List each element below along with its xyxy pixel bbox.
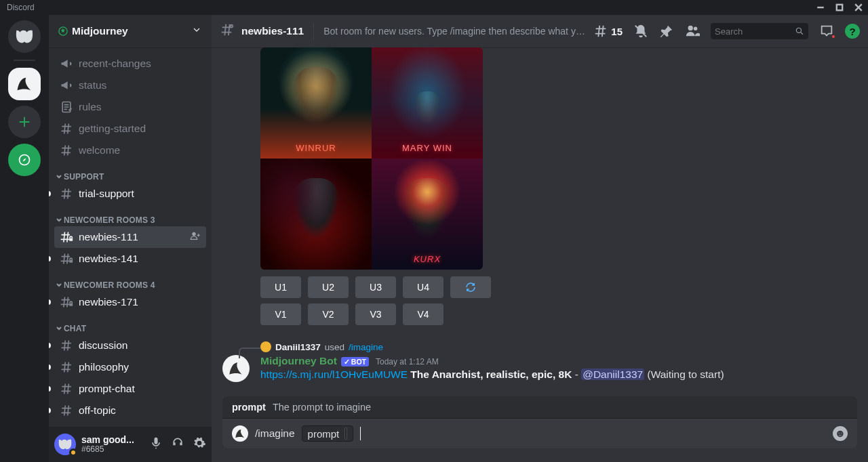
- channel-name: newbies-111: [241, 25, 304, 37]
- channel-welcome[interactable]: welcome: [54, 140, 206, 161]
- hash-lock-icon: [60, 252, 73, 266]
- variation-2-button[interactable]: V2: [308, 303, 349, 325]
- channel-newbies-141[interactable]: newbies-141: [54, 248, 206, 270]
- message-link[interactable]: https://s.mj.run/l1OHvEuMUWE: [260, 369, 408, 380]
- channel-rules[interactable]: rules: [54, 96, 206, 118]
- hash-lock-icon: [60, 230, 73, 244]
- deafen-icon[interactable]: [171, 436, 184, 453]
- reroll-button[interactable]: [450, 276, 491, 298]
- hash-icon: [60, 339, 73, 352]
- inbox-button[interactable]: [819, 24, 834, 39]
- reply-indicator[interactable]: Daniil1337 used /imagine: [222, 341, 857, 352]
- reply-author: Daniil1337: [275, 342, 321, 352]
- close-button[interactable]: [854, 3, 863, 12]
- svg-point-5: [192, 232, 195, 236]
- text-cursor[interactable]: [360, 427, 826, 440]
- channel-trial-support[interactable]: trial-support: [54, 183, 206, 205]
- mention[interactable]: @Daniil1337: [581, 369, 644, 380]
- status-text: (Waiting to start): [647, 369, 724, 380]
- explore-button[interactable]: [8, 144, 41, 176]
- category-newcomer3[interactable]: NEWCOMER ROOMS 3: [54, 205, 206, 226]
- hash-icon: [60, 382, 73, 396]
- svg-point-8: [230, 24, 234, 28]
- bot-tag: ✓ BOT: [341, 357, 369, 366]
- status-idle-icon: [69, 448, 77, 457]
- create-invite-icon[interactable]: [190, 230, 201, 244]
- channel-recent-changes[interactable]: recent-changes: [54, 53, 206, 75]
- server-rail: [0, 15, 49, 462]
- channel-discussion[interactable]: discussion: [54, 335, 206, 356]
- mute-icon[interactable]: [149, 436, 163, 453]
- bot-avatar[interactable]: [222, 355, 250, 382]
- dm-home[interactable]: [8, 20, 41, 53]
- hash-icon: [60, 404, 73, 417]
- user-tag: #6685: [81, 445, 144, 455]
- hash-icon: [60, 144, 73, 157]
- avatar[interactable]: [54, 434, 76, 455]
- autocomplete-hint[interactable]: prompt The prompt to imagine: [222, 396, 857, 419]
- app-name: Discord: [7, 3, 35, 12]
- variation-1-button[interactable]: V1: [260, 303, 301, 325]
- upscale-2-button[interactable]: U2: [308, 276, 349, 298]
- username: sam good...: [81, 434, 144, 445]
- help-button[interactable]: ?: [845, 24, 860, 39]
- server-midjourney[interactable]: [8, 68, 41, 100]
- svg-rect-4: [69, 238, 73, 241]
- settings-icon[interactable]: [193, 436, 206, 453]
- timestamp: Today at 1:12 AM: [376, 357, 439, 366]
- command-avatar-icon: [232, 425, 248, 442]
- svg-rect-6: [69, 260, 73, 263]
- topbar: newbies-111 Bot room for new users. Type…: [212, 15, 868, 47]
- message-prompt: The Anarchist, realistic, epic, 8K: [410, 369, 572, 380]
- channel-prompt-chat[interactable]: prompt-chat: [54, 378, 206, 400]
- svg-point-9: [796, 28, 801, 33]
- category-newcomer4[interactable]: NEWCOMER ROOMS 4: [54, 270, 206, 291]
- message-input[interactable]: /imagine prompt ☻: [222, 419, 857, 448]
- pinned-button[interactable]: [659, 24, 674, 39]
- rules-icon: [60, 100, 73, 114]
- emoji-button[interactable]: ☻: [833, 426, 848, 441]
- bot-name[interactable]: Midjourney Bot: [260, 355, 337, 367]
- prompt-chip[interactable]: prompt: [302, 425, 354, 442]
- upscale-3-button[interactable]: U3: [355, 276, 396, 298]
- channel-getting-started[interactable]: getting-started: [54, 118, 206, 140]
- main-content: newbies-111 Bot room for new users. Type…: [212, 15, 868, 462]
- add-server-button[interactable]: [8, 106, 41, 138]
- channel-status[interactable]: status: [54, 75, 206, 96]
- maximize-button[interactable]: [835, 3, 844, 12]
- threads-button[interactable]: 15: [593, 24, 623, 39]
- members-button[interactable]: [685, 24, 700, 39]
- server-header[interactable]: Midjourney: [49, 15, 212, 47]
- variation-3-button[interactable]: V3: [355, 303, 396, 325]
- minimize-button[interactable]: [816, 3, 825, 12]
- category-chat[interactable]: CHAT: [54, 313, 206, 335]
- reply-avatar: [260, 341, 271, 352]
- titlebar: Discord: [0, 0, 868, 15]
- command-text: /imagine: [255, 427, 295, 440]
- user-panel: sam good... #6685: [49, 427, 212, 462]
- svg-rect-0: [837, 5, 842, 10]
- variation-4-button[interactable]: V4: [403, 303, 443, 325]
- notifications-button[interactable]: [633, 24, 648, 39]
- chevron-down-icon: [191, 24, 202, 38]
- hint-description: The prompt to imagine: [273, 402, 371, 413]
- category-support[interactable]: SUPPORT: [54, 161, 206, 183]
- generated-image-grid[interactable]: WINRUR MARY WIN KURX: [260, 47, 857, 270]
- announce-icon: [60, 57, 73, 70]
- channel-topic[interactable]: Bot room for new users. Type /imagine th…: [323, 26, 587, 37]
- hash-icon: [220, 22, 235, 40]
- server-name: Midjourney: [72, 25, 128, 37]
- hash-lock-icon: [60, 295, 73, 309]
- channel-off-topic[interactable]: off-topic: [54, 400, 206, 421]
- hash-icon: [60, 122, 73, 135]
- channel-newbies-111[interactable]: newbies-111: [54, 226, 206, 248]
- upscale-1-button[interactable]: U1: [260, 276, 301, 298]
- svg-rect-7: [69, 303, 73, 306]
- search-input[interactable]: [711, 23, 808, 39]
- hint-key: prompt: [232, 402, 266, 413]
- channel-newbies-171[interactable]: newbies-171: [54, 291, 206, 313]
- hash-icon: [60, 187, 73, 201]
- channel-philosophy[interactable]: philosophy: [54, 356, 206, 378]
- upscale-4-button[interactable]: U4: [403, 276, 443, 298]
- channel-sidebar: Midjourney recent-changesstatusrulesgett…: [49, 15, 212, 462]
